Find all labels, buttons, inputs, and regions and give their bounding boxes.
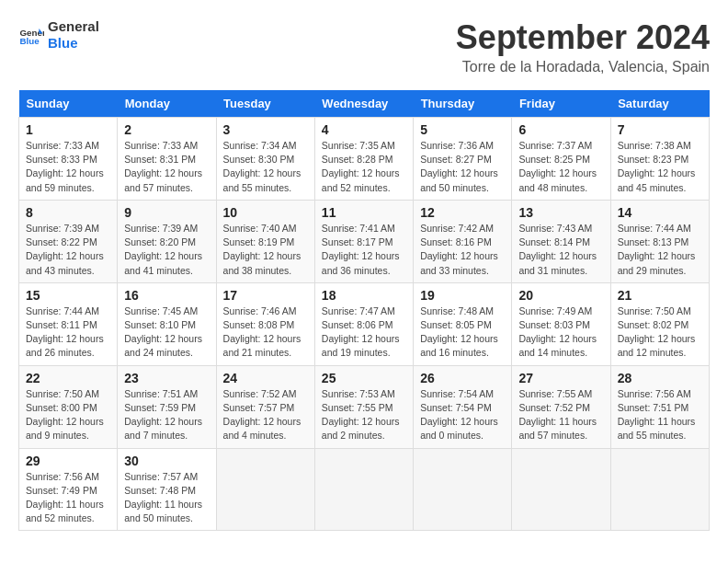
calendar-day-empty xyxy=(512,448,610,531)
day-info: Sunrise: 7:33 AMSunset: 8:31 PMDaylight:… xyxy=(124,140,202,193)
day-info: Sunrise: 7:44 AMSunset: 8:13 PMDaylight:… xyxy=(618,223,696,276)
calendar-day-11: 11Sunrise: 7:41 AMSunset: 8:17 PMDayligh… xyxy=(314,200,413,282)
day-number: 25 xyxy=(322,371,406,385)
day-info: Sunrise: 7:37 AMSunset: 8:25 PMDaylight:… xyxy=(518,140,597,193)
day-number: 30 xyxy=(124,454,209,468)
calendar-day-3: 3Sunrise: 7:34 AMSunset: 8:30 PMDaylight… xyxy=(216,118,314,201)
calendar-day-empty xyxy=(216,448,314,531)
calendar-day-10: 10Sunrise: 7:40 AMSunset: 8:19 PMDayligh… xyxy=(216,200,314,282)
day-number: 1 xyxy=(26,122,110,137)
day-info: Sunrise: 7:47 AMSunset: 8:06 PMDaylight:… xyxy=(322,305,400,359)
day-info: Sunrise: 7:56 AMSunset: 7:49 PMDaylight:… xyxy=(26,471,104,524)
day-number: 27 xyxy=(518,371,603,385)
logo-blue: Blue xyxy=(48,35,99,52)
calendar-day-16: 16Sunrise: 7:45 AMSunset: 8:10 PMDayligh… xyxy=(118,282,216,365)
day-info: Sunrise: 7:50 AMSunset: 8:02 PMDaylight:… xyxy=(618,305,696,359)
day-number: 8 xyxy=(26,205,110,220)
calendar-week-5: 29Sunrise: 7:56 AMSunset: 7:49 PMDayligh… xyxy=(19,448,710,531)
calendar-day-6: 6Sunrise: 7:37 AMSunset: 8:25 PMDaylight… xyxy=(512,118,610,201)
day-number: 24 xyxy=(223,371,308,385)
calendar-day-20: 20Sunrise: 7:49 AMSunset: 8:03 PMDayligh… xyxy=(512,282,610,365)
day-number: 28 xyxy=(618,371,702,385)
logo-general: General xyxy=(48,18,99,35)
day-info: Sunrise: 7:42 AMSunset: 8:16 PMDaylight:… xyxy=(420,223,498,276)
calendar-day-14: 14Sunrise: 7:44 AMSunset: 8:13 PMDayligh… xyxy=(610,200,709,282)
calendar-day-19: 19Sunrise: 7:48 AMSunset: 8:05 PMDayligh… xyxy=(414,282,512,365)
calendar-day-25: 25Sunrise: 7:53 AMSunset: 7:55 PMDayligh… xyxy=(314,365,413,448)
calendar-day-9: 9Sunrise: 7:39 AMSunset: 8:20 PMDaylight… xyxy=(118,200,216,282)
day-number: 16 xyxy=(124,288,209,303)
calendar-day-23: 23Sunrise: 7:51 AMSunset: 7:59 PMDayligh… xyxy=(118,365,216,448)
calendar-week-3: 15Sunrise: 7:44 AMSunset: 8:11 PMDayligh… xyxy=(19,282,710,365)
weekday-header-monday: Monday xyxy=(118,90,216,118)
day-info: Sunrise: 7:43 AMSunset: 8:14 PMDaylight:… xyxy=(518,223,597,276)
day-info: Sunrise: 7:36 AMSunset: 8:27 PMDaylight:… xyxy=(420,140,498,193)
day-number: 18 xyxy=(322,288,406,303)
day-info: Sunrise: 7:48 AMSunset: 8:05 PMDaylight:… xyxy=(420,305,498,359)
calendar-day-18: 18Sunrise: 7:47 AMSunset: 8:06 PMDayligh… xyxy=(314,282,413,365)
day-info: Sunrise: 7:53 AMSunset: 7:55 PMDaylight:… xyxy=(322,388,400,442)
calendar-day-12: 12Sunrise: 7:42 AMSunset: 8:16 PMDayligh… xyxy=(414,200,512,282)
weekday-header-wednesday: Wednesday xyxy=(314,90,413,118)
calendar-week-2: 8Sunrise: 7:39 AMSunset: 8:22 PMDaylight… xyxy=(19,200,710,282)
calendar-table: SundayMondayTuesdayWednesdayThursdayFrid… xyxy=(18,90,710,531)
calendar-day-28: 28Sunrise: 7:56 AMSunset: 7:51 PMDayligh… xyxy=(610,365,709,448)
page-header: General Blue General Blue September 2024… xyxy=(18,18,710,75)
svg-text:Blue: Blue xyxy=(19,36,40,46)
weekday-header-friday: Friday xyxy=(512,90,610,118)
day-number: 3 xyxy=(223,122,308,137)
calendar-day-8: 8Sunrise: 7:39 AMSunset: 8:22 PMDaylight… xyxy=(19,200,118,282)
day-number: 20 xyxy=(518,288,603,303)
day-info: Sunrise: 7:35 AMSunset: 8:28 PMDaylight:… xyxy=(322,140,400,193)
day-number: 2 xyxy=(124,122,209,137)
day-info: Sunrise: 7:49 AMSunset: 8:03 PMDaylight:… xyxy=(518,305,597,359)
day-info: Sunrise: 7:33 AMSunset: 8:33 PMDaylight:… xyxy=(26,140,104,193)
day-number: 12 xyxy=(420,205,505,220)
calendar-day-21: 21Sunrise: 7:50 AMSunset: 8:02 PMDayligh… xyxy=(610,282,709,365)
calendar-day-7: 7Sunrise: 7:38 AMSunset: 8:23 PMDaylight… xyxy=(610,118,709,201)
day-number: 11 xyxy=(322,205,406,220)
day-number: 17 xyxy=(223,288,308,303)
weekday-header-thursday: Thursday xyxy=(414,90,512,118)
title-section: September 2024 Torre de la Horadada, Val… xyxy=(456,18,710,75)
day-number: 14 xyxy=(618,205,702,220)
calendar-day-24: 24Sunrise: 7:52 AMSunset: 7:57 PMDayligh… xyxy=(216,365,314,448)
day-info: Sunrise: 7:52 AMSunset: 7:57 PMDaylight:… xyxy=(223,388,301,442)
weekday-header-sunday: Sunday xyxy=(19,90,118,118)
day-info: Sunrise: 7:40 AMSunset: 8:19 PMDaylight:… xyxy=(223,223,301,276)
calendar-day-27: 27Sunrise: 7:55 AMSunset: 7:52 PMDayligh… xyxy=(512,365,610,448)
logo: General Blue General Blue xyxy=(18,18,99,52)
calendar-day-1: 1Sunrise: 7:33 AMSunset: 8:33 PMDaylight… xyxy=(19,118,118,201)
calendar-title: September 2024 xyxy=(456,18,710,57)
calendar-day-26: 26Sunrise: 7:54 AMSunset: 7:54 PMDayligh… xyxy=(414,365,512,448)
day-info: Sunrise: 7:54 AMSunset: 7:54 PMDaylight:… xyxy=(420,388,498,442)
calendar-day-empty xyxy=(610,448,709,531)
day-info: Sunrise: 7:41 AMSunset: 8:17 PMDaylight:… xyxy=(322,223,400,276)
calendar-day-29: 29Sunrise: 7:56 AMSunset: 7:49 PMDayligh… xyxy=(19,448,118,531)
day-info: Sunrise: 7:50 AMSunset: 8:00 PMDaylight:… xyxy=(26,388,104,442)
calendar-day-15: 15Sunrise: 7:44 AMSunset: 8:11 PMDayligh… xyxy=(19,282,118,365)
day-info: Sunrise: 7:51 AMSunset: 7:59 PMDaylight:… xyxy=(124,388,202,442)
day-info: Sunrise: 7:46 AMSunset: 8:08 PMDaylight:… xyxy=(223,305,301,359)
day-number: 21 xyxy=(618,288,702,303)
weekday-header-row: SundayMondayTuesdayWednesdayThursdayFrid… xyxy=(19,90,710,118)
day-number: 19 xyxy=(420,288,505,303)
calendar-week-4: 22Sunrise: 7:50 AMSunset: 8:00 PMDayligh… xyxy=(19,365,710,448)
day-info: Sunrise: 7:56 AMSunset: 7:51 PMDaylight:… xyxy=(618,388,696,442)
day-number: 23 xyxy=(124,371,209,385)
day-info: Sunrise: 7:39 AMSunset: 8:22 PMDaylight:… xyxy=(26,223,104,276)
day-info: Sunrise: 7:57 AMSunset: 7:48 PMDaylight:… xyxy=(124,471,202,524)
day-number: 29 xyxy=(26,454,110,468)
day-info: Sunrise: 7:38 AMSunset: 8:23 PMDaylight:… xyxy=(618,140,696,193)
calendar-day-4: 4Sunrise: 7:35 AMSunset: 8:28 PMDaylight… xyxy=(314,118,413,201)
day-number: 9 xyxy=(124,205,209,220)
day-number: 26 xyxy=(420,371,505,385)
calendar-day-empty xyxy=(314,448,413,531)
calendar-week-1: 1Sunrise: 7:33 AMSunset: 8:33 PMDaylight… xyxy=(19,118,710,201)
day-info: Sunrise: 7:44 AMSunset: 8:11 PMDaylight:… xyxy=(26,305,104,359)
calendar-day-17: 17Sunrise: 7:46 AMSunset: 8:08 PMDayligh… xyxy=(216,282,314,365)
calendar-day-30: 30Sunrise: 7:57 AMSunset: 7:48 PMDayligh… xyxy=(118,448,216,531)
day-info: Sunrise: 7:45 AMSunset: 8:10 PMDaylight:… xyxy=(124,305,202,359)
calendar-subtitle: Torre de la Horadada, Valencia, Spain xyxy=(456,59,710,75)
calendar-day-13: 13Sunrise: 7:43 AMSunset: 8:14 PMDayligh… xyxy=(512,200,610,282)
